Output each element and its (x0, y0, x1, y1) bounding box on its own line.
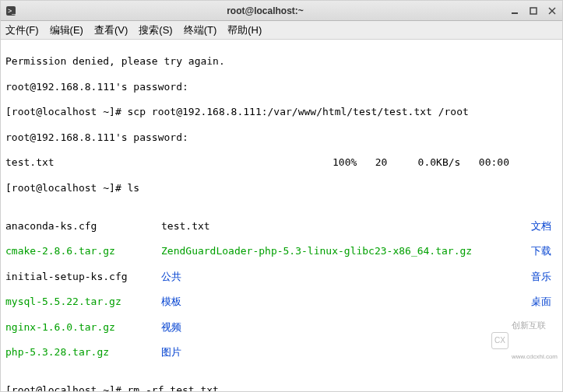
ls-row: anaconda-ks.cfgtest.txt文档 (5, 220, 558, 233)
term-line: Permission denied, please try again. (5, 55, 558, 68)
close-button[interactable] (547, 5, 558, 16)
svg-text:>_: >_ (8, 7, 16, 15)
menu-bar: 文件(F) 编辑(E) 查看(V) 搜索(S) 终端(T) 帮助(H) (1, 21, 562, 40)
app-icon: >_ (5, 5, 21, 16)
watermark-logo-icon: CX (491, 332, 508, 349)
menu-file[interactable]: 文件(F) (5, 23, 39, 37)
ls-row: php-5.3.28.tar.gz图片 (5, 346, 558, 359)
term-line: test.txt100% 20 0.0KB/s 00:00 (5, 156, 558, 169)
term-line: [root@localhost ~]# ls (5, 182, 558, 194)
term-line: [root@localhost ~]# rm -rf test.txt (5, 384, 558, 392)
ls-row: cmake-2.8.6.tar.gzZendGuardLoader-php-5.… (5, 245, 558, 257)
menu-terminal[interactable]: 终端(T) (184, 23, 217, 37)
menu-edit[interactable]: 编辑(E) (50, 23, 83, 37)
watermark: CX 创新互联 www.cdcxhl.com (491, 299, 558, 382)
ls-row: nginx-1.6.0.tar.gz视频 (5, 321, 558, 334)
minimize-button[interactable] (509, 5, 520, 16)
menu-help[interactable]: 帮助(H) (227, 23, 262, 37)
menu-view[interactable]: 查看(V) (94, 23, 128, 37)
term-line: root@192.168.8.111's password: (5, 81, 558, 93)
ls-row: mysql-5.5.22.tar.gz模板桌面 (5, 296, 558, 308)
window-titlebar: >_ root@localhost:~ (1, 1, 562, 21)
window-title: root@localhost:~ (21, 5, 509, 16)
term-line: root@192.168.8.111's password: (5, 131, 558, 144)
ls-row: initial-setup-ks.cfg公共音乐 (5, 271, 558, 283)
terminal-output[interactable]: Permission denied, please try again. roo… (1, 40, 562, 392)
maximize-button[interactable] (528, 5, 539, 16)
svg-rect-3 (530, 8, 537, 14)
menu-search[interactable]: 搜索(S) (139, 23, 172, 37)
term-line: [root@localhost ~]# scp root@192.168.8.1… (5, 106, 558, 118)
